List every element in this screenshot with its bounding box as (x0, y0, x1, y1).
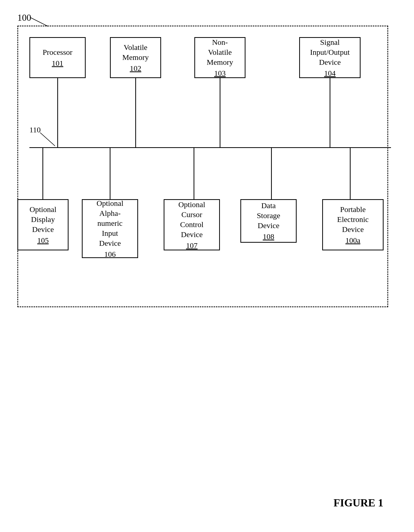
page: 100 Processor 101 Volatile Memory 102 No… (0, 0, 414, 532)
alpha-line3: numeric (97, 218, 122, 228)
vert-signal (330, 78, 330, 147)
portable-line1: Portable (340, 204, 366, 214)
processor-box: Processor 101 (29, 37, 86, 78)
alpha-line4: Input (102, 228, 118, 238)
nonvolatile-line2: Volatile (208, 47, 232, 57)
optional-display-box: Optional Display Device 105 (17, 199, 69, 250)
datastorage-line2: Storage (257, 210, 280, 220)
alpha-line5: Device (99, 238, 121, 248)
volatile-line1: Volatile (124, 42, 148, 52)
signal-line1: Signal (320, 37, 340, 47)
display-number: 105 (37, 235, 49, 245)
signal-io-box: Signal Input/Output Device 104 (299, 37, 361, 78)
data-storage-box: Data Storage Device 108 (240, 199, 297, 243)
cursor-line4: Device (181, 229, 203, 239)
optional-alpha-box: Optional Alpha- numeric Input Device 106 (82, 199, 138, 258)
vert-datastorage (271, 148, 272, 199)
signal-line2: Input/Output (310, 47, 350, 57)
cursor-line3: Control (180, 219, 204, 229)
bus-line (29, 147, 391, 148)
alpha-line1: Optional (97, 198, 124, 208)
vert-alpha (110, 148, 110, 199)
datastorage-line1: Data (261, 200, 276, 210)
portable-number: 100a (345, 235, 360, 245)
display-line2: Display (31, 214, 55, 224)
vert-portable (350, 148, 351, 199)
arrow-110 (29, 125, 68, 148)
figure-label: FIGURE 1 (333, 497, 383, 509)
volatile-line2: Memory (122, 52, 149, 62)
svg-line-1 (40, 133, 55, 146)
portable-line2: Electronic (337, 214, 368, 224)
display-line3: Device (32, 224, 54, 234)
vert-nonvolatile (220, 78, 220, 147)
vert-volatile (135, 78, 136, 147)
nonvolatile-number: 103 (214, 68, 226, 78)
svg-line-0 (30, 17, 48, 26)
datastorage-line3: Device (258, 220, 279, 230)
volatile-number: 102 (130, 63, 141, 73)
processor-number: 101 (52, 58, 63, 68)
optional-cursor-box: Optional Cursor Control Device 107 (164, 199, 220, 250)
nonvolatile-line1: Non- (212, 37, 228, 47)
alpha-number: 106 (104, 249, 116, 259)
nonvolatile-memory-box: Non- Volatile Memory 103 (194, 37, 245, 78)
cursor-number: 107 (186, 240, 198, 250)
portable-electronic-box: Portable Electronic Device 100a (322, 199, 384, 250)
alpha-line2: Alpha- (99, 208, 120, 218)
display-line1: Optional (30, 204, 57, 214)
vert-display (42, 148, 43, 199)
signal-number: 104 (324, 68, 336, 78)
portable-line3: Device (342, 224, 364, 234)
cursor-line2: Cursor (181, 209, 202, 219)
volatile-memory-box: Volatile Memory 102 (110, 37, 161, 78)
cursor-line1: Optional (178, 199, 205, 209)
datastorage-number: 108 (263, 231, 274, 241)
processor-label-text: Processor (43, 47, 73, 57)
signal-line3: Device (319, 57, 341, 67)
vert-cursor (194, 148, 194, 199)
nonvolatile-line3: Memory (207, 57, 233, 67)
